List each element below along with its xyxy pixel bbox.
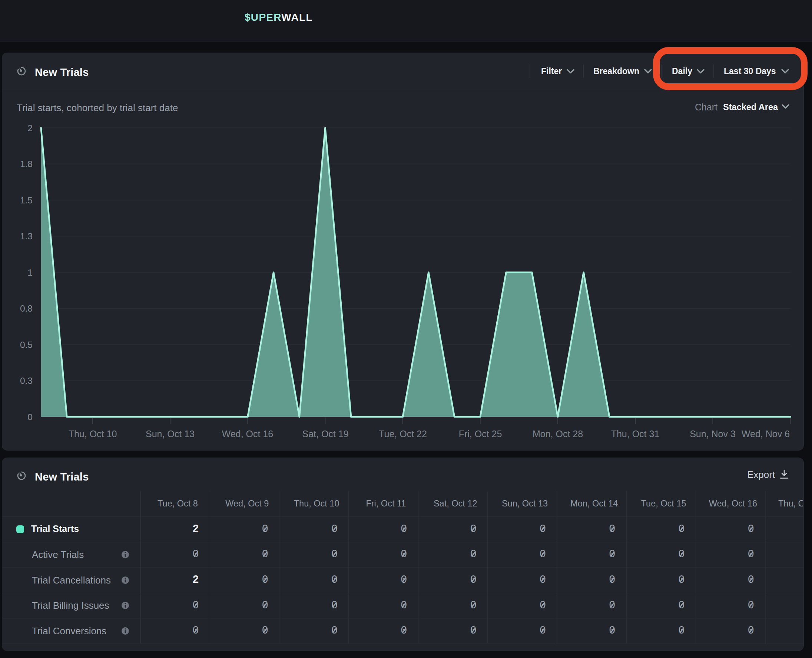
svg-text:1.3: 1.3 <box>20 231 33 241</box>
svg-text:Sun, Nov 3: Sun, Nov 3 <box>690 429 736 439</box>
svg-text:0: 0 <box>27 412 33 422</box>
svg-text:0.5: 0.5 <box>20 340 33 350</box>
svg-text:Fri, Oct 25: Fri, Oct 25 <box>459 429 502 439</box>
svg-text:Sat, Oct 19: Sat, Oct 19 <box>302 429 348 439</box>
svg-text:Sun, Oct 13: Sun, Oct 13 <box>146 429 194 439</box>
svg-text:0.8: 0.8 <box>20 304 33 313</box>
svg-text:1.8: 1.8 <box>20 159 33 169</box>
svg-text:1: 1 <box>27 268 33 277</box>
svg-text:Mon, Oct 28: Mon, Oct 28 <box>533 429 583 439</box>
svg-text:Wed, Oct 16: Wed, Oct 16 <box>222 429 273 439</box>
svg-text:1.5: 1.5 <box>20 195 33 205</box>
svg-text:Thu, Oct 31: Thu, Oct 31 <box>611 429 660 439</box>
svg-text:0.3: 0.3 <box>20 376 33 386</box>
svg-text:Tue, Oct 22: Tue, Oct 22 <box>379 429 427 439</box>
svg-text:Thu, Oct 10: Thu, Oct 10 <box>69 429 117 439</box>
svg-text:Wed, Nov 6: Wed, Nov 6 <box>741 429 790 439</box>
svg-text:2: 2 <box>27 123 33 133</box>
